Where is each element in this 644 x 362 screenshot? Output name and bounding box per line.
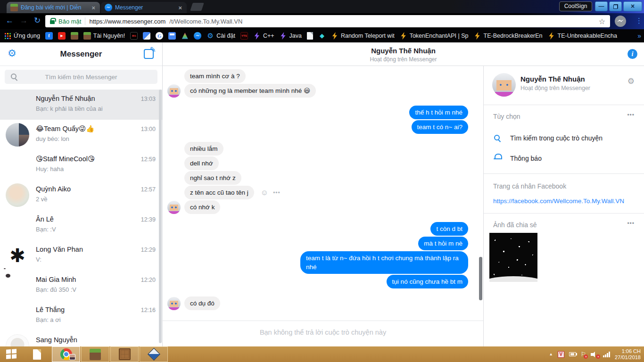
- minimize-button[interactable]: —: [595, 1, 608, 11]
- bookmark-messenger[interactable]: [194, 32, 201, 40]
- restore-button[interactable]: [609, 1, 622, 11]
- facebook-profile-link[interactable]: https://facebook.com/Wellcome.To.My.Wall…: [493, 197, 624, 205]
- conversation-item[interactable]: 😂Team Quẩy😜👍 duy béo: lon 13:00: [0, 120, 162, 150]
- minecraft-favicon: [10, 4, 18, 11]
- notifications-option[interactable]: Thông báo: [510, 155, 542, 162]
- more-options-icon[interactable]: •••: [273, 189, 281, 196]
- network-signal-icon[interactable]: [603, 352, 610, 357]
- address-bar[interactable]: Bảo mật https://www.messenger.com/t/Well…: [45, 15, 610, 27]
- message-bubble-in: team mình cơ à ?: [184, 69, 246, 83]
- start-button[interactable]: [0, 346, 23, 362]
- bookmark-minecraft[interactable]: [71, 32, 78, 40]
- battery-icon[interactable]: [569, 352, 576, 356]
- minecraft-grass-icon: [90, 349, 101, 360]
- chat-status: Hoạt động trên Messenger: [163, 56, 644, 63]
- bookmark-settings[interactable]: ⚙Cài đặt: [206, 32, 235, 40]
- taskbar-notepad-button[interactable]: [24, 346, 50, 362]
- app-title: Messenger: [60, 49, 102, 59]
- bs-icon: BS: [130, 32, 138, 40]
- new-tab-button[interactable]: [190, 3, 204, 11]
- tray-expand-icon[interactable]: ▲: [549, 352, 553, 356]
- message-bubble-in: dell nhớ: [184, 156, 219, 170]
- taskbar-clock[interactable]: 1:06 CH 27/01/2018: [615, 348, 641, 361]
- conversation-preview: duy béo: lon: [36, 135, 69, 142]
- conversation-item[interactable]: 😘Staff MineCool😘 Huy: haha 12:59: [0, 150, 162, 180]
- clock-time: 1:06 CH: [615, 348, 641, 354]
- url-host[interactable]: https://www.messenger.com: [89, 18, 165, 25]
- conversation-item[interactable]: Sang Nguyễn: [0, 331, 162, 346]
- taskbar-virtualbox-button[interactable]: [140, 346, 168, 362]
- emoji-react-icon[interactable]: ☺: [261, 189, 268, 197]
- bookmark-page[interactable]: [307, 32, 313, 40]
- conversation-item[interactable]: Ân Lê Bạn: :V 12:39: [0, 210, 162, 240]
- taskbar-minecraft-button[interactable]: [81, 346, 109, 362]
- bookmark-translate[interactable]: [143, 32, 150, 40]
- bookmark-aide[interactable]: [181, 32, 189, 40]
- bookmark-tokenenchant[interactable]: TokenEnchantAPI | Sp: [400, 32, 469, 40]
- compose-icon[interactable]: ✎: [144, 49, 154, 59]
- security-label[interactable]: Bảo mật: [58, 18, 81, 25]
- bookmark-random-teleport[interactable]: Random Teleport wit: [331, 32, 395, 40]
- more-options-icon[interactable]: •••: [627, 112, 635, 118]
- tab-forum[interactable]: Đăng bài viết mới | Diễn ×: [7, 2, 100, 13]
- bookmark-java[interactable]: Java: [280, 32, 302, 40]
- conversation-item[interactable]: ✱ Long Văn Phan V: 12:29: [0, 240, 162, 271]
- conversation-name: Mai Gia Minh: [36, 276, 76, 283]
- extension-badge-icon[interactable]: [615, 16, 626, 27]
- bookmark-cpp[interactable]: C++: [253, 32, 274, 40]
- conversation-item[interactable]: Quỳnh Aiko 2 về 12:57: [0, 180, 162, 210]
- bookmark-calculator[interactable]: [168, 32, 176, 40]
- taskbar-chrome-button[interactable]: [52, 346, 80, 362]
- bookmark-google[interactable]: G: [156, 32, 163, 40]
- bookmark-label: Ứng dụng: [14, 33, 40, 39]
- gear-icon[interactable]: ⚙: [627, 76, 635, 86]
- bookmarks-overflow-icon[interactable]: »: [637, 32, 641, 40]
- bookmark-star-icon[interactable]: ☆: [599, 17, 605, 26]
- windows-logo-icon: [6, 349, 17, 360]
- avatar: [6, 334, 29, 346]
- volume-muted-icon[interactable]: [591, 352, 598, 357]
- bookmark-apps[interactable]: Ứng dụng: [4, 32, 40, 40]
- bookmark-facebook[interactable]: f: [45, 32, 53, 40]
- bookmark-bedrockbreaker[interactable]: TE-BedrockBreakerEn: [474, 32, 543, 40]
- close-icon[interactable]: ×: [177, 4, 183, 11]
- close-icon[interactable]: ×: [91, 4, 96, 11]
- info-icon[interactable]: i: [627, 49, 637, 59]
- forward-icon[interactable]: →: [20, 16, 28, 25]
- bookmark-tai-nguyen[interactable]: Tài Nguyên!: [83, 32, 125, 40]
- conversation-time: 12:59: [141, 156, 156, 163]
- bookmark-diamond[interactable]: [318, 32, 326, 40]
- bookmark-bs[interactable]: BS: [130, 32, 138, 40]
- search-input[interactable]: [5, 70, 157, 84]
- browser-menu-icon[interactable]: ⋮: [636, 16, 643, 25]
- action-center-flag-icon[interactable]: ⚐: [581, 351, 586, 357]
- conversation-time: 12:57: [141, 186, 156, 193]
- tab-messenger[interactable]: Messenger ×: [101, 2, 187, 13]
- more-options-icon[interactable]: •••: [627, 220, 635, 227]
- browser-toolbar: ← → ↻ Bảo mật https://www.messenger.com/…: [0, 13, 644, 29]
- conversation-preview: Bạn: a ơi: [36, 316, 61, 323]
- taskbar-crafting-table-button[interactable]: [110, 346, 139, 362]
- sidebar-scrollbar[interactable]: [159, 90, 162, 343]
- shared-photo-thumbnail[interactable]: [489, 233, 537, 282]
- chat-scrollbar[interactable]: [479, 257, 482, 300]
- bookmark-yts[interactable]: YTS: [240, 32, 248, 40]
- coolsign-button[interactable]: CoolSign: [559, 1, 592, 11]
- conversation-item[interactable]: Lê Thắng Bạn: a ơi 12:16: [0, 301, 162, 331]
- conversation-item[interactable]: Mai Gia Minh Bạn: đủ 350 :V 12:20: [0, 271, 162, 301]
- bookmark-unbreakable[interactable]: TE-UnbreakableEncha: [548, 32, 617, 40]
- messenger-favicon: [105, 4, 112, 11]
- bookmark-youtube[interactable]: ▶: [58, 32, 66, 40]
- message-row: mà t hỏi m nè: [163, 237, 483, 250]
- refresh-icon[interactable]: ↻: [34, 16, 41, 25]
- url-path[interactable]: /t/Wellcome.To.My.Wall.VN: [169, 18, 242, 25]
- back-icon[interactable]: ←: [6, 16, 14, 25]
- message-bubble-out: tụi nó cũng chưa hề bt m: [387, 275, 468, 288]
- message-bubble-in: có dụ đó: [184, 296, 220, 310]
- tray-v-icon[interactable]: V: [558, 351, 564, 358]
- close-window-button[interactable]: ×: [623, 1, 642, 11]
- search-in-conversation[interactable]: Tìm kiếm trong cuộc trò chuyện: [510, 134, 603, 142]
- conversation-item[interactable]: Nguyễn Thế Nhuận Bạn: k phải là tiền của…: [0, 90, 162, 120]
- settings-gear-icon[interactable]: ⚙: [8, 48, 17, 59]
- conversation-preview: 2 về: [36, 196, 48, 203]
